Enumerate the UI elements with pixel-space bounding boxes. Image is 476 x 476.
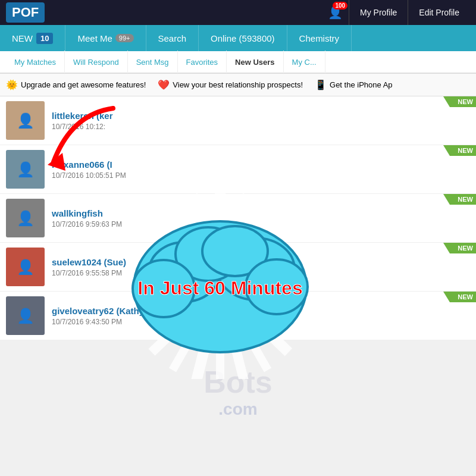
table-row[interactable]: 👤 suelew1024 (Sue) 10/7/2016 9:55:58 PM … — [0, 243, 476, 292]
watermark-bots: Bots — [0, 364, 476, 400]
msg-date: 10/7/2016 10:12: — [52, 123, 470, 131]
promo-relationship-text[interactable]: View your best relationship prospects! — [173, 80, 303, 89]
msg-date: 10/7/2016 9:43:50 PM — [52, 318, 470, 326]
nav-search-label: Search — [158, 33, 187, 43]
msg-info: Roxanne066 (I 10/7/2016 10:05:51 PM — [52, 159, 470, 180]
table-row[interactable]: 👤 giveloveatry62 (Kathy) 10/7/2016 9:43:… — [0, 292, 476, 340]
subnav-sent-msg-label: Sent Msg — [136, 58, 169, 67]
promo-sun-icon: 🌞 — [6, 79, 18, 90]
message-list: 👤 littlekeren (ker 10/7/2016 10:12: NEW … — [0, 96, 476, 340]
nav-search[interactable]: Search — [146, 25, 199, 51]
msg-info: wallkingfish 10/7/2016 9:59:63 PM — [52, 208, 470, 228]
msg-date: 10/7/2016 10:05:51 PM — [52, 171, 470, 180]
msg-info: giveloveatry62 (Kathy) 10/7/2016 9:43:50… — [52, 306, 470, 326]
msg-username: giveloveatry62 (Kathy) — [52, 306, 470, 316]
promo-iphone: 📱 Get the iPhone Ap — [315, 79, 393, 90]
msg-date: 10/7/2016 9:55:58 PM — [52, 269, 470, 277]
msg-info: suelew1024 (Sue) 10/7/2016 9:55:58 PM — [52, 257, 470, 277]
subnav-new-users-label: New Users — [235, 58, 274, 67]
notification-icon[interactable]: 👤 100 — [328, 5, 343, 20]
nav-chemistry[interactable]: Chemistry — [287, 25, 352, 51]
nav-new-badge: 10 — [36, 33, 53, 44]
avatar: 👤 — [6, 248, 45, 286]
logo: POF — [6, 2, 45, 23]
promo-upgrade-text[interactable]: Upgrade and get awesome features! — [21, 80, 146, 89]
new-badge: NEW — [443, 292, 476, 302]
msg-username: littlekeren (ker — [52, 111, 470, 121]
msg-date: 10/7/2016 9:59:63 PM — [52, 220, 470, 228]
content-area: Scrapers Bots .com 👤 littlekeren (ker 10… — [0, 96, 476, 465]
nav-bar: NEW 10 Meet Me 99+ Search Online (593800… — [0, 25, 476, 51]
table-row[interactable]: 👤 Roxanne066 (I 10/7/2016 10:05:51 PM NE… — [0, 145, 476, 194]
promo-iphone-text[interactable]: Get the iPhone Ap — [330, 80, 393, 89]
subnav-my-c-label: My C... — [292, 58, 317, 67]
promo-relationship: ❤️ View your best relationship prospects… — [158, 79, 303, 90]
promo-phone-icon: 📱 — [315, 79, 327, 90]
new-badge: NEW — [443, 145, 476, 156]
msg-username: Roxanne066 (I — [52, 159, 470, 170]
nav-online[interactable]: Online (593800) — [199, 25, 287, 51]
subnav-favorites[interactable]: Favorites — [178, 51, 227, 73]
subnav-my-matches-label: My Matches — [14, 58, 56, 67]
edit-profile-button[interactable]: Edit Profile — [408, 0, 470, 25]
subnav-my-matches[interactable]: My Matches — [6, 51, 65, 73]
promo-heart-icon: ❤️ — [158, 79, 170, 90]
subnav-will-respond-label: Will Respond — [73, 58, 119, 67]
my-profile-button[interactable]: My Profile — [349, 0, 408, 25]
nav-online-label: Online (593800) — [211, 33, 275, 43]
msg-username: wallkingfish — [52, 208, 470, 218]
notif-badge: 100 — [333, 2, 347, 10]
nav-meet-me-badge: 99+ — [115, 34, 134, 42]
msg-username: suelew1024 (Sue) — [52, 257, 470, 267]
subnav-new-users[interactable]: New Users — [227, 51, 283, 73]
table-row[interactable]: 👤 littlekeren (ker 10/7/2016 10:12: NEW — [0, 96, 476, 145]
nav-new[interactable]: NEW 10 — [0, 25, 65, 51]
promo-bar: 🌞 Upgrade and get awesome features! ❤️ V… — [0, 74, 476, 96]
nav-meet-me[interactable]: Meet Me 99+ — [65, 25, 146, 51]
avatar: 👤 — [6, 199, 45, 237]
nav-new-label: NEW — [12, 33, 33, 43]
avatar: 👤 — [6, 150, 45, 189]
new-badge: NEW — [443, 194, 476, 205]
watermark-com: .com — [0, 400, 476, 419]
subnav-my-c[interactable]: My C... — [284, 51, 325, 73]
avatar: 👤 — [6, 101, 45, 140]
nav-chemistry-label: Chemistry — [299, 33, 340, 43]
top-bar-right: 👤 100 My Profile Edit Profile — [328, 0, 470, 25]
avatar: 👤 — [6, 296, 45, 335]
msg-info: littlekeren (ker 10/7/2016 10:12: — [52, 111, 470, 131]
promo-upgrade: 🌞 Upgrade and get awesome features! — [6, 79, 146, 90]
new-badge: NEW — [443, 243, 476, 253]
new-badge: NEW — [443, 96, 476, 107]
subnav-sent-msg[interactable]: Sent Msg — [128, 51, 178, 73]
subnav-will-respond[interactable]: Will Respond — [65, 51, 128, 73]
nav-meet-me-label: Meet Me — [77, 33, 112, 43]
top-bar: POF 👤 100 My Profile Edit Profile — [0, 0, 476, 25]
table-row[interactable]: 👤 wallkingfish 10/7/2016 9:59:63 PM NEW — [0, 194, 476, 243]
subnav-favorites-label: Favorites — [186, 58, 218, 67]
sub-nav: My Matches Will Respond Sent Msg Favorit… — [0, 51, 476, 74]
